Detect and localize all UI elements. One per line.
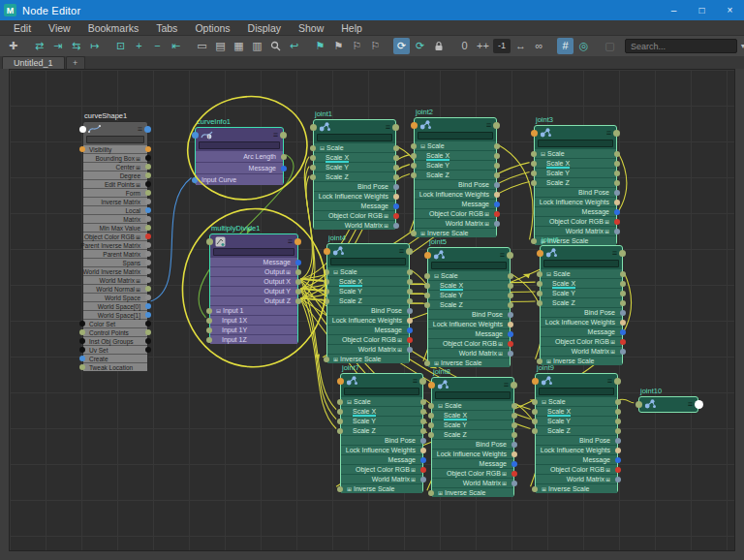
attr-row-bind-pose[interactable]: Bind Pose <box>341 436 422 445</box>
attr-row-world-matrix[interactable]: World Matrix⊞ <box>536 475 617 483</box>
node-menu-icon[interactable]: ≡ <box>399 246 404 256</box>
input-plug[interactable] <box>537 281 542 287</box>
node-canvas[interactable]: curveShape1≡VisibilityBounding Box⊞Cente… <box>9 69 735 551</box>
output-plug[interactable] <box>145 321 151 327</box>
node-menu-icon[interactable]: ≡ <box>273 130 278 140</box>
attr-row-parent-matrix[interactable]: Parent Matrix <box>83 250 147 258</box>
expand-toggle-icon[interactable]: ⊞ <box>604 218 609 225</box>
output-plug[interactable] <box>407 308 413 314</box>
node-output-plug[interactable] <box>695 400 703 409</box>
output-plug[interactable] <box>615 419 621 424</box>
attr-row-object-color-rgb[interactable]: Object Color RGB⊞ <box>428 339 510 348</box>
input-plug[interactable] <box>79 364 85 370</box>
expand-toggle-icon[interactable]: ⊟ <box>347 398 352 405</box>
attr-row-lock-influence-weights[interactable]: Lock Influence Weights <box>327 316 409 325</box>
attr-row-inst-obj-groups[interactable]: Inst Obj Groups <box>83 337 147 345</box>
node-menu-icon[interactable]: ≡ <box>413 376 418 386</box>
output-plug[interactable] <box>620 300 626 306</box>
output-plug[interactable] <box>407 279 413 285</box>
attr-row-input-1[interactable]: ⊟Input 1 <box>210 306 297 315</box>
node-attr-filter-field[interactable] <box>431 262 507 269</box>
attr-row-lock-influence-weights[interactable]: Lock Influence Weights <box>541 318 622 327</box>
create-node-icon[interactable]: ✚ <box>5 38 21 54</box>
attr-row-bind-pose[interactable]: Bind Pose <box>327 306 409 315</box>
node-header-curveShape1[interactable]: ≡ <box>83 122 147 136</box>
input-plug[interactable] <box>424 302 430 308</box>
expand-toggle-icon[interactable]: ⊞ <box>136 164 140 171</box>
output-plug[interactable] <box>145 277 151 283</box>
attr-row-scale[interactable]: ⊟Scale <box>432 401 513 410</box>
output-plug[interactable] <box>620 281 626 287</box>
expand-toggle-icon[interactable]: ⊞ <box>484 210 489 217</box>
output-plug[interactable] <box>145 207 151 213</box>
node-header-joint10[interactable]: ≡ <box>639 397 698 411</box>
expand-toggle-icon[interactable]: ⊞ <box>397 346 402 353</box>
node-attr-filter-field[interactable] <box>543 260 619 267</box>
attr-row-form[interactable]: Form <box>83 189 147 197</box>
node-attr-filter-field[interactable] <box>213 248 294 256</box>
node-joint4[interactable]: ≡⊟ScaleScale XScale YScale ZBind PoseLoc… <box>326 243 410 363</box>
attr-row-scale[interactable]: ⊟Scale <box>327 267 409 276</box>
attr-row-create[interactable]: Create <box>83 355 147 362</box>
expand-toggle-icon[interactable]: ⊞ <box>484 220 489 227</box>
node-output-plug[interactable] <box>144 126 151 133</box>
output-plug[interactable] <box>620 320 626 326</box>
expand-toggle-icon[interactable]: ⊞ <box>542 485 546 492</box>
output-plug[interactable] <box>512 481 517 486</box>
node-input-plug[interactable] <box>531 130 538 137</box>
output-plug[interactable] <box>508 293 513 298</box>
attr-row-world-matrix[interactable]: World Matrix⊞ <box>535 227 616 235</box>
input-plug[interactable] <box>337 409 343 415</box>
output-plug[interactable] <box>393 174 399 180</box>
node-output-plug[interactable] <box>280 132 287 139</box>
output-plug[interactable] <box>295 289 301 295</box>
attr-row-object-color-rgb[interactable]: Object Color RGB⊞ <box>536 465 617 474</box>
attr-row-scale-x[interactable]: Scale X <box>327 277 409 286</box>
input-plug[interactable] <box>79 356 85 361</box>
output-plug[interactable] <box>494 163 500 169</box>
node-joint8[interactable]: ≡⊟ScaleScale XScale YScale ZBind PoseLoc… <box>431 377 514 497</box>
attr-row-world-matrix[interactable]: World Matrix⊞ <box>83 276 147 284</box>
node-output-plug[interactable] <box>406 248 413 255</box>
output-plug[interactable] <box>420 399 426 405</box>
output-plug[interactable] <box>407 289 413 295</box>
input-plug[interactable] <box>428 413 434 419</box>
attr-row-object-color-rgb[interactable]: Object Color RGB⊞ <box>535 217 616 226</box>
attr-row-world-space-0-[interactable]: World Space[0] <box>83 302 147 310</box>
node-joint7[interactable]: ≡⊟ScaleScale XScale YScale ZBind PoseLoc… <box>340 373 423 493</box>
output-plug[interactable] <box>420 409 426 415</box>
menu-display[interactable]: Display <box>239 22 290 34</box>
node-menu-icon[interactable]: ≡ <box>386 122 390 132</box>
node-output-plug[interactable] <box>294 238 301 245</box>
input-plug[interactable] <box>206 327 212 333</box>
expand-toggle-icon[interactable]: ⊞ <box>384 212 388 219</box>
attr-row-matrix[interactable]: Matrix <box>83 215 147 223</box>
input-plug[interactable] <box>532 419 538 424</box>
output-plug[interactable] <box>620 339 626 345</box>
input-plug[interactable] <box>531 171 537 176</box>
output-plug[interactable] <box>145 312 151 318</box>
attr-row-object-color-rgb[interactable]: Object Color RGB⊞ <box>83 233 147 240</box>
output-plug[interactable] <box>407 327 413 333</box>
node-header-curveInfo1[interactable]: i≡ <box>196 128 283 141</box>
output-plug[interactable] <box>620 349 626 355</box>
input-plug[interactable] <box>79 329 85 335</box>
attr-row-object-color-rgb[interactable]: Object Color RGB⊞ <box>314 211 395 220</box>
node-menu-icon[interactable]: ≡ <box>606 128 611 138</box>
attr-row-scale-x[interactable]: Scale X <box>415 151 496 160</box>
output-plug[interactable] <box>145 242 151 248</box>
attr-row-local[interactable]: Local <box>83 206 147 214</box>
attr-row-scale-x[interactable]: Scale X <box>535 159 616 168</box>
expand-toggle-icon[interactable]: ⊞ <box>333 356 338 362</box>
pin-selection-icon[interactable]: ⇤ <box>168 38 184 54</box>
output-plug[interactable] <box>420 448 426 453</box>
lasso-select-icon[interactable]: ◎ <box>575 38 592 54</box>
output-plug[interactable] <box>615 467 621 473</box>
attr-row-scale-z[interactable]: Scale Z <box>314 172 395 181</box>
output-plug[interactable] <box>512 461 517 467</box>
expand-toggle-icon[interactable]: ⊞ <box>136 286 140 293</box>
output-plug[interactable] <box>281 166 287 171</box>
attr-row-scale[interactable]: ⊟Scale <box>536 397 617 406</box>
add-to-graph-icon[interactable]: + <box>131 38 147 54</box>
attr-row-message[interactable]: Message <box>327 326 409 334</box>
